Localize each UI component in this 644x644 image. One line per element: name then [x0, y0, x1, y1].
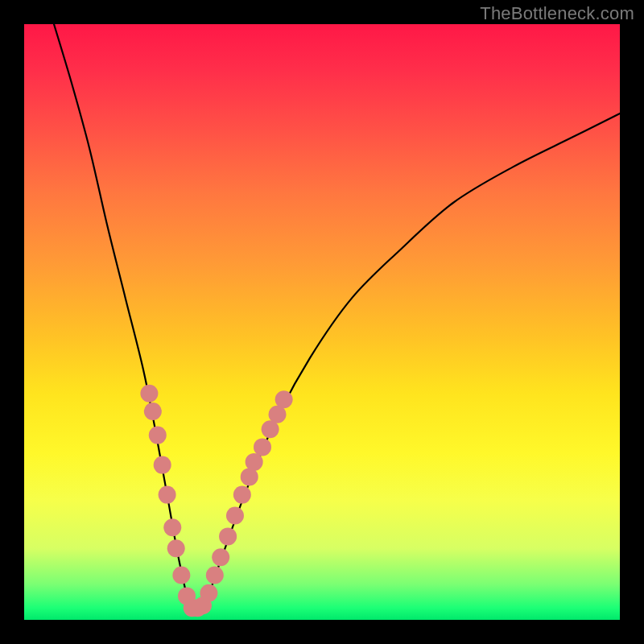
curve-marker: [233, 486, 251, 504]
bottleneck-curve: [54, 24, 620, 614]
curve-marker: [144, 402, 162, 420]
curve-marker: [167, 539, 185, 557]
curve-marker: [149, 427, 167, 444]
curve-marker: [206, 567, 224, 584]
curve-marker: [254, 438, 271, 456]
curve-marker: [219, 527, 237, 545]
curve-marker: [159, 486, 176, 504]
curve-marker: [172, 567, 190, 584]
curve-marker: [212, 548, 229, 566]
curve-marker: [163, 518, 181, 536]
curve-marker: [200, 584, 217, 602]
curve-layer: [24, 24, 620, 620]
plot-area: [24, 24, 620, 620]
curve-marker: [154, 456, 171, 474]
marker-cluster: [140, 385, 292, 617]
curve-marker: [226, 507, 244, 525]
curve-marker: [275, 390, 293, 408]
curve-marker: [246, 453, 263, 471]
chart-stage: TheBottleneck.com: [0, 0, 644, 644]
watermark-text: TheBottleneck.com: [480, 3, 634, 24]
curve-marker: [140, 385, 158, 402]
